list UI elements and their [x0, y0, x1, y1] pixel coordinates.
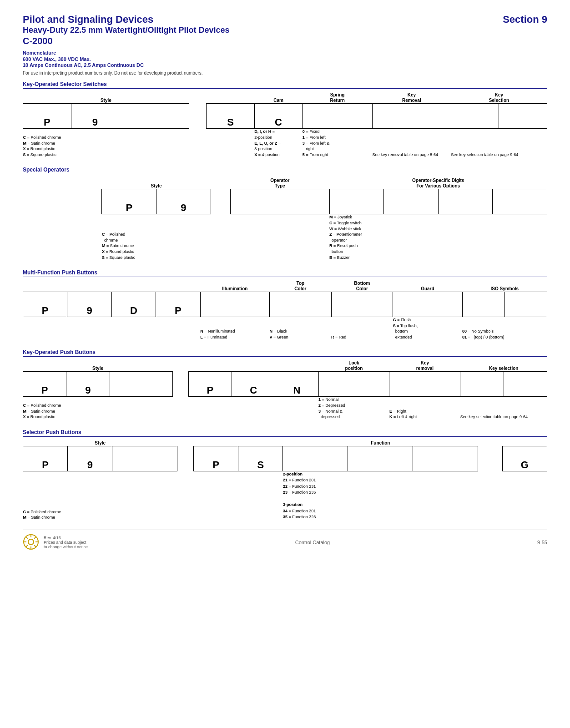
key-removal-box [372, 104, 451, 129]
sp-G: G [502, 446, 547, 471]
so-digit-box1 [384, 189, 439, 214]
so-operator-desc: M = Joystick C = Toggle switch W = Wobbl… [329, 214, 547, 260]
mf-top-color-header: TopColor [270, 281, 332, 292]
nomenclature-label: Nomenclature [23, 50, 547, 56]
mf-top-desc: N = Black V = Green [270, 317, 332, 340]
mf-illum-desc: N = Nonilluminated L = Illuminated [200, 317, 269, 340]
key-sel-box2 [499, 104, 547, 129]
spring-header: SpringReturn [303, 92, 373, 104]
model-number: C-2000 [23, 36, 229, 46]
mf-guard-desc: G = Flush S = Top flush, bottom extended [393, 317, 462, 340]
mf-P: P [23, 292, 67, 317]
style-header: Style [23, 92, 189, 104]
spec1: 600 VAC Max., 300 VDC Max. [23, 56, 547, 62]
sp-func-box1 [283, 446, 348, 471]
key-sel-box1 [451, 104, 499, 129]
mf-guard-box [393, 292, 462, 317]
svg-line-9 [25, 545, 27, 547]
kp-selection-desc: See key selection table on page 9-64 [460, 397, 547, 420]
cam-desc: D, I, or H =2-position E, L, U, or Z =3-… [254, 129, 303, 157]
mf-spacer-desc [23, 317, 201, 340]
mf-iso-box2 [504, 292, 547, 317]
mf-illumination-header: Illumination [200, 281, 269, 292]
mf-P2: P [156, 292, 200, 317]
multi-function-header: Multi-Function Push Buttons [23, 269, 547, 277]
key-push-section: Key-Operated Push Buttons Style Lockposi… [23, 349, 547, 420]
so-digit-box3 [493, 189, 547, 214]
sp-style-header: Style [23, 440, 177, 446]
letter-C-cam: C [254, 104, 303, 129]
mf-bottom-box [331, 292, 393, 317]
mf-iso-box1 [462, 292, 504, 317]
selector-push-section: Selector Push Buttons Style Function P 9… [23, 429, 547, 521]
so-style-header: Style [102, 178, 211, 189]
kp-key-selection-header: Key selection [460, 360, 547, 372]
kp-N: N [275, 372, 318, 397]
note-text: For use in interpreting product numbers … [23, 71, 547, 76]
mf-iso-desc: 00 = No Symbols 01 = I (top) / 0 (bottom… [462, 317, 547, 340]
kp-lock-header: Lockposition [318, 360, 389, 372]
sp-func-box3 [413, 446, 478, 471]
sp-style-box [112, 446, 177, 471]
sp-function-header: Function [283, 440, 478, 446]
kp-lock-desc: 1 = Normal 2 = Depressed 3 = Normal & de… [318, 397, 389, 420]
sp-9: 9 [68, 446, 112, 471]
svg-line-7 [34, 545, 36, 547]
svg-line-6 [25, 536, 27, 538]
so-style-box [231, 189, 329, 214]
kp-sel-box1 [460, 372, 504, 397]
mf-D: D [111, 292, 156, 317]
letter-S: S [207, 104, 255, 129]
spec2: 10 Amps Continuous AC, 2.5 Amps Continuo… [23, 62, 547, 68]
kp-P2: P [188, 372, 232, 397]
sp-S: S [238, 446, 283, 471]
sp-P2: P [194, 446, 238, 471]
key-selection-header: KeySelection [451, 92, 547, 104]
svg-line-8 [34, 536, 36, 538]
mf-bottom-color-header: BottomColor [331, 281, 393, 292]
key-push-header: Key-Operated Push Buttons [23, 349, 547, 357]
mf-iso-header: ISO Symbols [462, 281, 547, 292]
letter-P: P [23, 104, 71, 129]
kp-style-box [110, 372, 173, 397]
page-header: Pilot and Signaling Devices Heavy-Duty 2… [23, 14, 547, 76]
so-op-box [329, 189, 384, 214]
kp-removal-box [389, 372, 460, 397]
mf-top-box [270, 292, 332, 317]
so-digits-header: Operator-Specific DigitsFor Various Opti… [329, 178, 547, 189]
style-box [119, 104, 189, 129]
kp-style-desc: C = Polished chrome M = Satin chrome X =… [23, 397, 173, 420]
footer-page: 9-55 [537, 540, 547, 545]
kp-lock-box [318, 372, 389, 397]
style-desc-ks: C = Polished chrome M = Satin chrome X =… [23, 129, 189, 157]
so-style-desc: C = Polished chrome M = Satin chrome X =… [102, 214, 211, 260]
key-selection-desc: See key selection table on page 9-64 [451, 129, 547, 157]
gear-icon [23, 534, 39, 551]
svg-point-1 [28, 539, 34, 545]
page-footer: Rev. 4/16 Prices and data subject to cha… [23, 530, 547, 551]
special-operators-header: Special Operators [23, 167, 547, 174]
title-line2: Heavy-Duty 22.5 mm Watertight/Oiltight P… [23, 25, 229, 35]
sp-function-desc: 2-position 21 = Function 201 22 = Functi… [283, 471, 478, 521]
kp-key-removal-header: Keyremoval [389, 360, 460, 372]
sp-style-desc: C = Polished chrome M = Satin chrome [23, 471, 177, 521]
footer-rev: Rev. 4/16 Prices and data subject to cha… [44, 536, 88, 549]
spring-box [303, 104, 373, 129]
kp-removal-desc: E = Right K = Left & right [389, 397, 460, 420]
kp-P: P [23, 372, 66, 397]
key-removal-header: KeyRemoval [372, 92, 451, 104]
so-operator-header: OperatorType [231, 178, 329, 189]
sp-func-box2 [348, 446, 413, 471]
so-letter-P: P [102, 189, 156, 214]
kp-C: C [232, 372, 275, 397]
letter-9: 9 [71, 104, 119, 129]
kp-9: 9 [66, 372, 110, 397]
cam-header: Cam [254, 92, 303, 104]
multi-function-section: Multi-Function Push Buttons Illumination… [23, 269, 547, 340]
mf-9: 9 [67, 292, 111, 317]
title-line1: Pilot and Signaling Devices [23, 14, 229, 25]
footer-center: Control Catalog [295, 540, 330, 545]
selector-push-header: Selector Push Buttons [23, 429, 547, 437]
sp-P: P [23, 446, 68, 471]
key-removal-desc: See key removal table on page 8-64 [372, 129, 451, 157]
